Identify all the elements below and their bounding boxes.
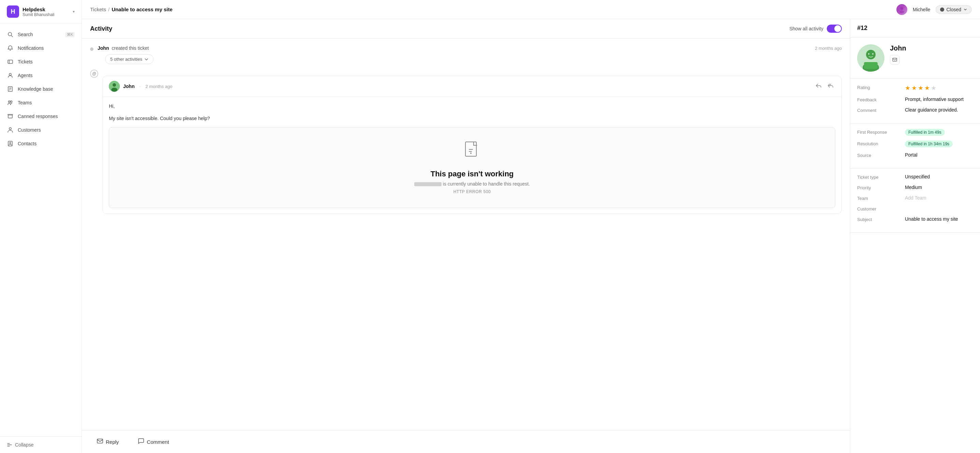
embedded-page-inner: This page isn't working is currently una… <box>109 127 835 208</box>
message-card: John · 2 months ago <box>102 76 842 214</box>
svg-point-16 <box>942 8 943 10</box>
team-placeholder[interactable]: Add Team <box>905 195 926 200</box>
sidebar-item-customers[interactable]: Customers <box>0 123 81 137</box>
collapse-button[interactable]: Collapse <box>7 442 75 448</box>
other-activities-button[interactable]: 5 other activities <box>105 54 154 64</box>
sidebar-chevron-icon[interactable]: ▾ <box>73 9 75 14</box>
star-4: ★ <box>924 84 930 92</box>
search-kbd: ⌘K <box>65 32 75 37</box>
sidebar-item-contacts[interactable]: Contacts <box>0 137 81 151</box>
reply-button-icon <box>97 438 103 445</box>
sidebar-footer: Collapse <box>0 436 81 453</box>
sidebar-item-canned-responses[interactable]: Canned responses <box>0 110 81 123</box>
sidebar-item-agents[interactable]: Agents <box>0 68 81 82</box>
activity-controls: Show all activity <box>789 25 842 33</box>
customer-avatar-graphic <box>857 45 885 72</box>
topbar: Tickets / Unable to access my site Miche… <box>82 0 980 19</box>
breadcrumb: Tickets / Unable to access my site <box>90 6 173 12</box>
svg-point-27 <box>866 50 876 59</box>
comment-button[interactable]: Comment <box>131 435 176 449</box>
show-all-toggle[interactable] <box>827 25 842 33</box>
resolution-row: Resolution Fulfilled in 1h 34m 19s <box>857 140 973 147</box>
first-response-label: First Response <box>857 129 905 135</box>
created-event: John created this ticket 2 months ago 5 … <box>90 45 842 64</box>
other-activities-label: 5 other activities <box>110 57 142 62</box>
sidebar-item-label: Canned responses <box>18 114 58 119</box>
bell-icon <box>7 45 14 51</box>
reply-button[interactable]: Reply <box>90 435 126 449</box>
created-time: 2 months ago <box>815 46 842 51</box>
status-label: Closed <box>946 7 961 12</box>
activity-dot <box>90 48 94 51</box>
sidebar-item-knowledge-base[interactable]: Knowledge base <box>0 82 81 96</box>
priority-label: Priority <box>857 184 905 190</box>
page-error-title: This page isn't working <box>431 170 514 178</box>
sidebar-item-label: Contacts <box>18 141 37 146</box>
sidebar-item-notifications[interactable]: Notifications <box>0 41 81 55</box>
reply-icon <box>97 438 103 444</box>
chevron-down-icon <box>144 57 148 61</box>
page-error-subtitle: is currently unable to handle this reque… <box>414 181 530 187</box>
message-time: 2 months ago <box>145 84 172 89</box>
source-label: Source <box>857 152 905 158</box>
rating-section: Rating ★ ★ ★ ★ ★ Feedback Prompt, inform… <box>850 79 980 124</box>
contacts-icon <box>7 140 14 147</box>
content-area: Activity Show all activity John <box>82 19 980 453</box>
svg-point-15 <box>899 11 904 13</box>
sidebar-item-label: Knowledge base <box>18 86 53 92</box>
activity-panel: Activity Show all activity John <box>82 19 850 453</box>
svg-line-1 <box>11 35 13 37</box>
blurred-url <box>414 182 442 186</box>
sender-avatar <box>109 81 120 92</box>
svg-rect-25 <box>97 439 103 443</box>
created-action: created this ticket <box>111 45 149 51</box>
priority-row: Priority Medium <box>857 184 973 190</box>
topbar-right: Michelle Closed <box>896 4 972 15</box>
ticket-type-row: Ticket type Unspecified <box>857 174 973 180</box>
sender-name: John <box>123 84 134 89</box>
customer-field-label: Customer <box>857 206 905 211</box>
message-actions <box>814 81 835 92</box>
rating-label: Rating <box>857 84 905 90</box>
page-error-suffix: is currently unable to handle this reque… <box>443 181 530 187</box>
other-activities-container: 5 other activities <box>98 54 842 64</box>
sidebar-item-tickets[interactable]: Tickets <box>0 55 81 68</box>
source-value: Portal <box>905 152 973 157</box>
subject-value: Unable to access my site <box>905 216 973 222</box>
rating-row: Rating ★ ★ ★ ★ ★ <box>857 84 973 92</box>
sidebar-item-search[interactable]: Search ⌘K <box>0 28 81 41</box>
feedback-value: Prompt, informative support <box>905 97 973 102</box>
status-badge[interactable]: Closed <box>935 5 972 14</box>
activity-body: John created this ticket 2 months ago 5 … <box>82 38 850 430</box>
svg-rect-29 <box>864 62 878 69</box>
status-chevron-icon <box>963 8 967 11</box>
customer-email-button[interactable] <box>890 55 899 65</box>
resolution-label: Resolution <box>857 140 905 146</box>
reply-action-button[interactable] <box>814 81 823 92</box>
message-text-line1: Hi, <box>109 102 835 110</box>
breadcrumb-separator: / <box>108 6 110 12</box>
star-3: ★ <box>918 84 923 92</box>
svg-point-9 <box>8 101 10 103</box>
created-event-text: John created this ticket <box>98 45 149 51</box>
brand-text: Helpdesk Sumit Bhanushali <box>22 6 54 17</box>
customer-avatar <box>857 45 885 72</box>
message-body: Hi, My site isn't accessible. Could you … <box>103 97 842 213</box>
comment-button-icon <box>138 438 144 445</box>
resolution-badge: Fulfilled in 1h 34m 19s <box>905 140 953 147</box>
reply-all-action-button[interactable] <box>826 81 835 92</box>
breadcrumb-tickets-link[interactable]: Tickets <box>90 6 106 12</box>
main-area: Tickets / Unable to access my site Miche… <box>82 0 980 453</box>
first-response-row: First Response Fulfilled in 1m 49s <box>857 129 973 136</box>
sidebar-item-label: Agents <box>18 73 33 78</box>
right-panel: #12 John <box>850 19 980 453</box>
comment-label: Comment <box>147 439 169 445</box>
sidebar-item-teams[interactable]: Teams <box>0 96 81 110</box>
brand-name: Helpdesk <box>22 6 54 12</box>
activity-header: Activity Show all activity <box>82 19 850 38</box>
star-2: ★ <box>912 84 917 92</box>
page-error-icon <box>464 141 480 164</box>
customer-name: John <box>890 45 973 52</box>
mention-indicator[interactable]: @ <box>90 70 98 78</box>
svg-point-11 <box>9 127 11 130</box>
